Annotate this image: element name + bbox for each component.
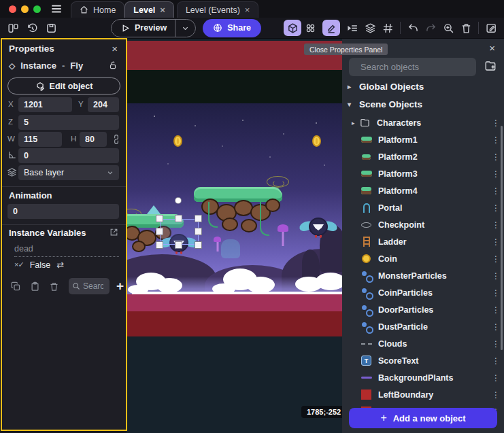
z-input[interactable] bbox=[18, 115, 119, 130]
object-list-item[interactable]: ▸Characters⋮ bbox=[342, 114, 504, 131]
preview-button[interactable]: Preview bbox=[111, 19, 196, 37]
resize-handle[interactable] bbox=[156, 215, 163, 222]
layer-select[interactable]: Base layer bbox=[18, 165, 119, 180]
w-input[interactable] bbox=[18, 132, 62, 147]
coin-sprite[interactable] bbox=[312, 135, 321, 147]
angle-icon bbox=[7, 150, 17, 160]
x-input[interactable] bbox=[18, 97, 72, 112]
item-menu-icon[interactable]: ⋮ bbox=[488, 373, 504, 383]
resize-handle[interactable] bbox=[175, 242, 182, 248]
y-input[interactable] bbox=[88, 97, 119, 112]
editor-layout-icon[interactable] bbox=[4, 20, 22, 36]
paste-icon[interactable] bbox=[30, 281, 40, 292]
variables-search-input[interactable] bbox=[83, 281, 103, 291]
close-window-button[interactable] bbox=[9, 5, 16, 13]
scene-canvas[interactable]: 1785;-252 bbox=[127, 39, 342, 433]
coin-sprite[interactable] bbox=[173, 135, 182, 147]
object-list-item[interactable]: Platform4⋮ bbox=[342, 182, 504, 199]
object-list-item[interactable]: DustParticle⋮ bbox=[342, 318, 504, 335]
objects-search[interactable] bbox=[349, 58, 476, 76]
animation-input[interactable] bbox=[7, 204, 119, 219]
object-list-item[interactable]: CoinParticles⋮ bbox=[342, 284, 504, 301]
resize-handle[interactable] bbox=[195, 242, 201, 248]
objects-panel-toggle-icon[interactable] bbox=[284, 20, 301, 36]
lock-aspect-ratio-icon[interactable] bbox=[112, 134, 121, 145]
maximize-window-button[interactable] bbox=[33, 5, 41, 13]
instance-type-label: Instance bbox=[20, 60, 56, 71]
object-list-item[interactable]: BackgroundPlants⋮ bbox=[342, 369, 504, 386]
close-tab-icon[interactable]: × bbox=[245, 5, 250, 15]
instances-list-icon[interactable] bbox=[343, 20, 361, 36]
tab-level-events[interactable]: Level (Events) × bbox=[177, 1, 259, 18]
object-list-item[interactable]: Checkpoint⋮ bbox=[342, 216, 504, 233]
close-tab-icon[interactable]: × bbox=[160, 5, 165, 15]
close-objects-panel-icon[interactable]: × bbox=[489, 42, 495, 54]
zoom-in-icon[interactable] bbox=[439, 20, 457, 36]
trash-icon[interactable] bbox=[49, 281, 59, 292]
copy-icon[interactable] bbox=[11, 281, 21, 292]
scrollbar-thumb[interactable] bbox=[501, 126, 503, 350]
undo-icon[interactable] bbox=[404, 20, 422, 36]
variables-search[interactable] bbox=[69, 278, 110, 294]
grid-icon[interactable] bbox=[379, 20, 397, 36]
tab-label: Home bbox=[93, 5, 116, 15]
rotation-handle[interactable] bbox=[175, 198, 181, 203]
cursor-coordinates-badge: 1785;-252 bbox=[301, 406, 342, 418]
resize-handle[interactable] bbox=[175, 215, 182, 222]
tab-home[interactable]: Home bbox=[71, 1, 124, 18]
coin-icon bbox=[360, 253, 372, 264]
global-objects-group[interactable]: ▸ Global Objects bbox=[348, 82, 424, 92]
open-variables-editor-icon[interactable] bbox=[110, 228, 118, 237]
layers-icon[interactable] bbox=[361, 20, 379, 36]
resize-handle[interactable] bbox=[195, 215, 201, 222]
close-properties-icon[interactable]: × bbox=[112, 43, 118, 54]
h-input[interactable] bbox=[80, 132, 107, 147]
scene-properties-icon[interactable] bbox=[482, 20, 500, 36]
properties-panel-toggle-icon[interactable] bbox=[322, 20, 340, 36]
history-icon[interactable] bbox=[23, 20, 41, 36]
chevron-right-icon[interactable]: ▸ bbox=[352, 120, 359, 126]
add-variable-button[interactable]: + bbox=[116, 279, 124, 294]
object-list-item[interactable]: Platform2⋮ bbox=[342, 148, 504, 165]
object-list-item[interactable]: MonsterParticles⋮ bbox=[342, 267, 504, 284]
preview-dropdown-icon[interactable] bbox=[175, 24, 195, 32]
selection-rectangle[interactable] bbox=[160, 219, 199, 245]
object-list-item[interactable]: Ladder⋮ bbox=[342, 233, 504, 250]
preview-label: Preview bbox=[135, 23, 167, 33]
object-name: Checkpoint bbox=[378, 220, 488, 230]
object-list-item[interactable]: Platform3⋮ bbox=[342, 165, 504, 182]
share-button[interactable]: Share bbox=[203, 19, 261, 37]
objects-search-input[interactable] bbox=[360, 62, 480, 72]
object-list-item[interactable]: Portal⋮ bbox=[342, 199, 504, 216]
object-list-item[interactable]: Platform1⋮ bbox=[342, 131, 504, 148]
fly-sprite[interactable] bbox=[299, 218, 337, 242]
cloud-outline-decoration bbox=[267, 176, 289, 188]
delete-icon[interactable] bbox=[457, 20, 475, 36]
variable-name[interactable]: dead bbox=[14, 244, 119, 257]
save-icon[interactable] bbox=[42, 20, 60, 36]
redo-icon[interactable] bbox=[422, 20, 439, 36]
object-groups-icon[interactable] bbox=[301, 20, 319, 36]
add-object-button[interactable]: + Add a new object bbox=[349, 408, 497, 428]
object-list-item[interactable]: Coin⋮ bbox=[342, 250, 504, 267]
object-list-item[interactable]: LeftBoundary⋮ bbox=[342, 386, 504, 403]
resize-handle[interactable] bbox=[195, 228, 201, 235]
angle-input[interactable] bbox=[18, 148, 119, 163]
resize-handle[interactable] bbox=[156, 242, 163, 248]
resize-handle[interactable] bbox=[156, 228, 163, 235]
item-menu-icon[interactable]: ⋮ bbox=[488, 356, 504, 366]
minimize-window-button[interactable] bbox=[21, 5, 29, 13]
unlock-icon[interactable] bbox=[108, 60, 118, 70]
object-list-item[interactable]: DoorParticles⋮ bbox=[342, 301, 504, 318]
object-list-item[interactable]: Clouds⋮ bbox=[342, 335, 504, 352]
variable-value[interactable]: False bbox=[30, 260, 51, 270]
object-list-item[interactable]: TScoreText⋮ bbox=[342, 352, 504, 369]
menu-icon[interactable] bbox=[50, 3, 63, 15]
toggle-boolean-icon[interactable]: ⇄ bbox=[56, 260, 64, 270]
edit-object-button[interactable]: Edit object bbox=[7, 77, 120, 94]
tab-level[interactable]: Level × bbox=[124, 1, 174, 18]
add-folder-icon[interactable] bbox=[484, 60, 497, 72]
scene-objects-group[interactable]: ▾ Scene Objects bbox=[348, 99, 422, 109]
item-menu-icon[interactable]: ⋮ bbox=[488, 390, 504, 400]
play-icon bbox=[121, 24, 130, 33]
